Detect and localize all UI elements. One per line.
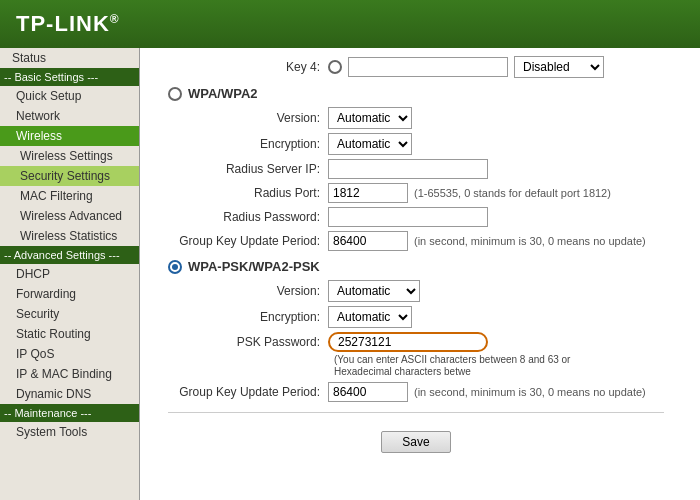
radius-password-row: Radius Password:	[148, 207, 684, 227]
sidebar-item-ip-mac-binding[interactable]: IP & MAC Binding	[0, 364, 139, 384]
sidebar-item-wireless-statistics[interactable]: Wireless Statistics	[0, 226, 139, 246]
radius-ip-input[interactable]	[328, 159, 488, 179]
sidebar-item-dynamic-dns[interactable]: Dynamic DNS	[0, 384, 139, 404]
psk-version-row: Version: Automatic WPA-PSK WPA2-PSK	[148, 280, 684, 302]
wpa-wpa2-section: WPA/WPA2 Version: Automatic WPA WPA2 Enc…	[148, 86, 684, 251]
wpa-wpa2-radio[interactable]	[168, 87, 182, 101]
key4-label: Key 4:	[168, 60, 328, 74]
header: TP-LINK®	[0, 0, 700, 48]
sidebar-section-advanced: -- Advanced Settings ---	[0, 246, 139, 264]
wpa-wpa2-title-row: WPA/WPA2	[148, 86, 684, 101]
wpa-encryption-row: Encryption: Automatic TKIP AES	[148, 133, 684, 155]
psk-hint: (You can enter ASCII characters between …	[334, 354, 614, 378]
psk-group-key-label: Group Key Update Period:	[168, 385, 328, 399]
sidebar-item-wireless-advanced[interactable]: Wireless Advanced	[0, 206, 139, 226]
wpa-psk-title: WPA-PSK/WPA2-PSK	[188, 259, 320, 274]
psk-group-key-hint: (in second, minimum is 30, 0 means no up…	[414, 386, 646, 398]
key4-radio[interactable]	[328, 60, 342, 74]
wpa-version-select[interactable]: Automatic WPA WPA2	[328, 107, 412, 129]
sidebar-section-basic: -- Basic Settings ---	[0, 68, 139, 86]
wpa-group-key-row: Group Key Update Period: (in second, min…	[148, 231, 684, 251]
save-row: Save	[148, 423, 684, 461]
psk-group-key-row: Group Key Update Period: (in second, min…	[148, 382, 684, 402]
radius-port-label: Radius Port:	[168, 186, 328, 200]
wpa-psk-radio[interactable]	[168, 260, 182, 274]
psk-encryption-row: Encryption: Automatic TKIP AES	[148, 306, 684, 328]
radius-password-label: Radius Password:	[168, 210, 328, 224]
psk-encryption-label: Encryption:	[168, 310, 328, 324]
radius-port-input[interactable]	[328, 183, 408, 203]
psk-encryption-select[interactable]: Automatic TKIP AES	[328, 306, 412, 328]
key4-select[interactable]: Disabled	[514, 56, 604, 78]
wpa-version-row: Version: Automatic WPA WPA2	[148, 107, 684, 129]
psk-group-key-input[interactable]	[328, 382, 408, 402]
wpa-psk-title-row: WPA-PSK/WPA2-PSK	[148, 259, 684, 274]
radius-port-row: Radius Port: (1-65535, 0 stands for defa…	[148, 183, 684, 203]
psk-password-input[interactable]	[328, 332, 488, 352]
psk-password-label: PSK Password:	[168, 335, 328, 349]
main-layout: Status -- Basic Settings --- Quick Setup…	[0, 48, 700, 500]
sidebar-item-system-tools[interactable]: System Tools	[0, 422, 139, 442]
sidebar-item-wireless-settings[interactable]: Wireless Settings	[0, 146, 139, 166]
sidebar-section-maintenance: -- Maintenance ---	[0, 404, 139, 422]
save-button[interactable]: Save	[381, 431, 450, 453]
sidebar-item-quicksetup[interactable]: Quick Setup	[0, 86, 139, 106]
sidebar-item-status[interactable]: Status	[0, 48, 139, 68]
radius-ip-label: Radius Server IP:	[168, 162, 328, 176]
wpa-group-key-hint: (in second, minimum is 30, 0 means no up…	[414, 235, 646, 247]
wpa-psk-section: WPA-PSK/WPA2-PSK Version: Automatic WPA-…	[148, 259, 684, 402]
key4-input[interactable]	[348, 57, 508, 77]
sidebar-item-network[interactable]: Network	[0, 106, 139, 126]
psk-hint-row: (You can enter ASCII characters between …	[148, 354, 684, 378]
main-content: Key 4: Disabled WPA/WPA2 Version: Automa…	[140, 48, 700, 500]
logo: TP-LINK®	[16, 11, 120, 37]
sidebar-item-static-routing[interactable]: Static Routing	[0, 324, 139, 344]
sidebar-item-dhcp[interactable]: DHCP	[0, 264, 139, 284]
wpa-group-key-label: Group Key Update Period:	[168, 234, 328, 248]
psk-password-row: PSK Password:	[148, 332, 684, 352]
sidebar: Status -- Basic Settings --- Quick Setup…	[0, 48, 140, 500]
sidebar-item-ip-qos[interactable]: IP QoS	[0, 344, 139, 364]
sidebar-item-wireless[interactable]: Wireless	[0, 126, 139, 146]
wpa-encryption-label: Encryption:	[168, 137, 328, 151]
sidebar-item-security[interactable]: Security	[0, 304, 139, 324]
sidebar-item-security-settings[interactable]: Security Settings	[0, 166, 139, 186]
sidebar-item-forwarding[interactable]: Forwarding	[0, 284, 139, 304]
sidebar-item-mac-filtering[interactable]: MAC Filtering	[0, 186, 139, 206]
radius-password-input[interactable]	[328, 207, 488, 227]
psk-version-select[interactable]: Automatic WPA-PSK WPA2-PSK	[328, 280, 420, 302]
wpa-wpa2-title: WPA/WPA2	[188, 86, 258, 101]
divider	[168, 412, 664, 413]
wpa-encryption-select[interactable]: Automatic TKIP AES	[328, 133, 412, 155]
radius-ip-row: Radius Server IP:	[148, 159, 684, 179]
wpa-group-key-input[interactable]	[328, 231, 408, 251]
psk-version-label: Version:	[168, 284, 328, 298]
radius-port-hint: (1-65535, 0 stands for default port 1812…	[414, 187, 611, 199]
key4-row: Key 4: Disabled	[148, 56, 684, 78]
wpa-version-label: Version:	[168, 111, 328, 125]
